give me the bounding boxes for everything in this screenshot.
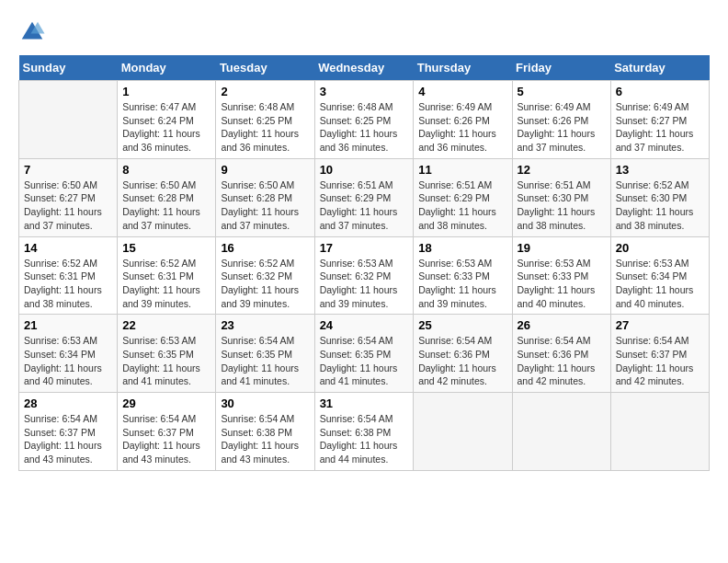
calendar-cell: 11Sunrise: 6:51 AM Sunset: 6:29 PM Dayli… [414,158,512,236]
day-info: Sunrise: 6:54 AM Sunset: 6:36 PM Dayligh… [418,334,506,388]
calendar-cell: 29Sunrise: 6:54 AM Sunset: 6:37 PM Dayli… [118,393,216,471]
day-info: Sunrise: 6:47 AM Sunset: 6:24 PM Dayligh… [122,100,210,155]
logo-icon [18,18,46,46]
day-info: Sunrise: 6:51 AM Sunset: 6:29 PM Dayligh… [418,178,506,233]
day-number: 29 [122,396,210,410]
calendar-cell: 18Sunrise: 6:53 AM Sunset: 6:33 PM Dayli… [414,236,512,315]
day-number: 6 [616,85,704,98]
column-header-sunday: Sunday [19,55,118,81]
calendar-cell [610,393,709,471]
day-info: Sunrise: 6:51 AM Sunset: 6:29 PM Dayligh… [320,178,409,233]
calendar-cell: 14Sunrise: 6:52 AM Sunset: 6:31 PM Dayli… [19,236,118,315]
column-header-tuesday: Tuesday [216,55,314,81]
header-row: SundayMondayTuesdayWednesdayThursdayFrid… [19,55,710,81]
day-number: 3 [320,85,409,98]
day-info: Sunrise: 6:49 AM Sunset: 6:26 PM Dayligh… [518,100,606,155]
calendar-table: SundayMondayTuesdayWednesdayThursdayFrid… [18,55,710,471]
calendar-cell: 8Sunrise: 6:50 AM Sunset: 6:28 PM Daylig… [118,158,216,236]
day-info: Sunrise: 6:53 AM Sunset: 6:33 PM Dayligh… [518,257,606,311]
calendar-cell [512,393,610,471]
calendar-cell: 9Sunrise: 6:50 AM Sunset: 6:28 PM Daylig… [216,158,314,236]
calendar-cell: 5Sunrise: 6:49 AM Sunset: 6:26 PM Daylig… [512,81,610,159]
column-header-monday: Monday [118,55,216,81]
day-number: 7 [24,163,112,177]
day-info: Sunrise: 6:54 AM Sunset: 6:38 PM Dayligh… [320,412,409,466]
calendar-cell: 2Sunrise: 6:48 AM Sunset: 6:25 PM Daylig… [216,81,314,159]
day-info: Sunrise: 6:52 AM Sunset: 6:32 PM Dayligh… [221,257,309,311]
day-info: Sunrise: 6:53 AM Sunset: 6:35 PM Dayligh… [122,334,210,388]
day-number: 16 [221,241,309,255]
calendar-cell: 6Sunrise: 6:49 AM Sunset: 6:27 PM Daylig… [610,81,709,159]
column-header-thursday: Thursday [414,55,512,81]
calendar-body: 1Sunrise: 6:47 AM Sunset: 6:24 PM Daylig… [19,81,710,471]
day-info: Sunrise: 6:53 AM Sunset: 6:33 PM Dayligh… [418,257,506,311]
day-number: 12 [518,163,606,177]
day-number: 15 [122,241,210,255]
day-number: 17 [320,241,409,255]
day-info: Sunrise: 6:53 AM Sunset: 6:34 PM Dayligh… [24,334,112,388]
calendar-cell: 22Sunrise: 6:53 AM Sunset: 6:35 PM Dayli… [118,315,216,393]
day-number: 23 [221,318,309,332]
calendar-cell: 7Sunrise: 6:50 AM Sunset: 6:27 PM Daylig… [19,158,118,236]
calendar-cell: 30Sunrise: 6:54 AM Sunset: 6:38 PM Dayli… [216,393,314,471]
day-info: Sunrise: 6:51 AM Sunset: 6:30 PM Dayligh… [518,178,606,233]
day-number: 10 [320,163,409,177]
day-info: Sunrise: 6:50 AM Sunset: 6:28 PM Dayligh… [122,178,210,233]
day-number: 25 [418,318,506,332]
day-info: Sunrise: 6:53 AM Sunset: 6:34 PM Dayligh… [616,257,704,311]
day-number: 1 [122,85,210,98]
calendar-cell: 31Sunrise: 6:54 AM Sunset: 6:38 PM Dayli… [314,393,414,471]
calendar-cell: 26Sunrise: 6:54 AM Sunset: 6:36 PM Dayli… [512,315,610,393]
week-row-4: 21Sunrise: 6:53 AM Sunset: 6:34 PM Dayli… [19,315,710,393]
day-number: 31 [320,396,409,410]
day-info: Sunrise: 6:49 AM Sunset: 6:26 PM Dayligh… [418,100,506,155]
day-number: 14 [24,241,112,255]
calendar-cell: 20Sunrise: 6:53 AM Sunset: 6:34 PM Dayli… [610,236,709,315]
calendar-cell: 1Sunrise: 6:47 AM Sunset: 6:24 PM Daylig… [118,81,216,159]
day-number: 4 [418,85,506,98]
day-number: 19 [518,241,606,255]
day-number: 30 [221,396,309,410]
calendar-cell: 13Sunrise: 6:52 AM Sunset: 6:30 PM Dayli… [610,158,709,236]
day-info: Sunrise: 6:48 AM Sunset: 6:25 PM Dayligh… [221,100,309,155]
calendar-cell: 24Sunrise: 6:54 AM Sunset: 6:35 PM Dayli… [314,315,414,393]
day-number: 5 [518,85,606,98]
day-info: Sunrise: 6:48 AM Sunset: 6:25 PM Dayligh… [320,100,409,155]
logo [18,18,50,46]
calendar-cell: 12Sunrise: 6:51 AM Sunset: 6:30 PM Dayli… [512,158,610,236]
calendar-cell: 21Sunrise: 6:53 AM Sunset: 6:34 PM Dayli… [19,315,118,393]
day-info: Sunrise: 6:52 AM Sunset: 6:30 PM Dayligh… [616,178,704,233]
column-header-wednesday: Wednesday [314,55,414,81]
day-info: Sunrise: 6:54 AM Sunset: 6:37 PM Dayligh… [616,334,704,388]
day-number: 20 [616,241,704,255]
day-info: Sunrise: 6:54 AM Sunset: 6:35 PM Dayligh… [320,334,409,388]
calendar-cell: 23Sunrise: 6:54 AM Sunset: 6:35 PM Dayli… [216,315,314,393]
day-number: 8 [122,163,210,177]
column-header-friday: Friday [512,55,610,81]
day-info: Sunrise: 6:53 AM Sunset: 6:32 PM Dayligh… [320,257,409,311]
day-number: 22 [122,318,210,332]
day-number: 11 [418,163,506,177]
day-info: Sunrise: 6:54 AM Sunset: 6:35 PM Dayligh… [221,334,309,388]
day-info: Sunrise: 6:54 AM Sunset: 6:37 PM Dayligh… [122,412,210,466]
column-header-saturday: Saturday [610,55,709,81]
day-info: Sunrise: 6:52 AM Sunset: 6:31 PM Dayligh… [24,257,112,311]
day-info: Sunrise: 6:49 AM Sunset: 6:27 PM Dayligh… [616,100,704,155]
calendar-cell: 25Sunrise: 6:54 AM Sunset: 6:36 PM Dayli… [414,315,512,393]
calendar-cell: 28Sunrise: 6:54 AM Sunset: 6:37 PM Dayli… [19,393,118,471]
day-number: 24 [320,318,409,332]
week-row-1: 1Sunrise: 6:47 AM Sunset: 6:24 PM Daylig… [19,81,710,159]
day-number: 26 [518,318,606,332]
day-info: Sunrise: 6:54 AM Sunset: 6:38 PM Dayligh… [221,412,309,466]
calendar-cell [414,393,512,471]
calendar-cell [19,81,118,159]
day-number: 13 [616,163,704,177]
day-number: 2 [221,85,309,98]
day-number: 18 [418,241,506,255]
calendar-cell: 19Sunrise: 6:53 AM Sunset: 6:33 PM Dayli… [512,236,610,315]
calendar-cell: 10Sunrise: 6:51 AM Sunset: 6:29 PM Dayli… [314,158,414,236]
week-row-3: 14Sunrise: 6:52 AM Sunset: 6:31 PM Dayli… [19,236,710,315]
day-info: Sunrise: 6:52 AM Sunset: 6:31 PM Dayligh… [122,257,210,311]
calendar-cell: 27Sunrise: 6:54 AM Sunset: 6:37 PM Dayli… [610,315,709,393]
week-row-5: 28Sunrise: 6:54 AM Sunset: 6:37 PM Dayli… [19,393,710,471]
